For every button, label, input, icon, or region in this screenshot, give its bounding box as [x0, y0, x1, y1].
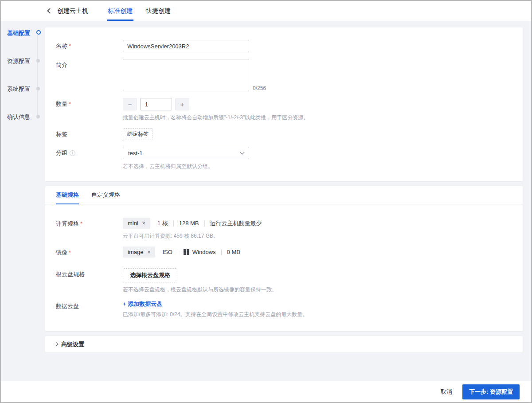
tab-standard-create-label: 标准创建 [108, 7, 133, 15]
step-dot-active-icon [36, 30, 41, 35]
cpu-value: 1 核 [157, 219, 168, 227]
quantity-input[interactable] [140, 98, 172, 110]
next-step-button[interactable]: 下一步: 资源配置 [462, 384, 520, 399]
strategy-value: 运行云主机数量最少 [210, 219, 262, 227]
divider [221, 249, 222, 255]
step-dot-icon [36, 87, 40, 90]
group-row: 分组i test-1 若不选择，云主机将归属至默认分组。 [56, 147, 512, 170]
tab-custom-spec[interactable]: 自定义规格 [91, 186, 120, 204]
basic-config-card: 名称* 简介 0/256 数量* − + 批量创建 [45, 27, 523, 181]
tab-quick-create-label: 快捷创建 [146, 7, 171, 15]
step-label: 资源配置 [7, 58, 30, 64]
description-label: 简介 [56, 59, 123, 91]
image-os-value: Windows [184, 249, 216, 255]
image-type-value: ISO [162, 249, 172, 255]
image-tag-label: image [128, 249, 143, 255]
required-mark: * [80, 220, 82, 227]
cancel-button[interactable]: 取消 [441, 388, 452, 396]
count-label: 数量* [56, 98, 123, 121]
plus-button[interactable]: + [175, 98, 189, 110]
image-spec-details: ISO Windows 0 MB [162, 249, 240, 255]
image-tag: image × [123, 246, 155, 258]
select-root-disk-button[interactable]: 选择根云盘规格 [123, 268, 177, 282]
page-title: 创建云主机 [57, 7, 88, 15]
image-label: 镜像* [56, 246, 123, 258]
step-system-config[interactable]: 系统配置 [7, 85, 40, 113]
advanced-settings-toggle[interactable]: 高级设置 [45, 336, 523, 352]
step-label: 确认信息 [7, 113, 30, 120]
remove-tag-icon[interactable]: × [142, 220, 145, 227]
group-select-value: test-1 [128, 150, 143, 157]
compute-spec-row: 计算规格* mini × 1 核 128 MB 运行云主机数量最 [56, 218, 512, 240]
root-disk-row: 根云盘规格 选择根云盘规格 若不选择云盘规格，根云盘规格默认与所选镜像的容量保持… [56, 268, 512, 293]
description-textarea[interactable] [123, 59, 249, 91]
footer-bar: 取消 下一步: 资源配置 [1, 381, 531, 402]
tab-basic-spec-label: 基础规格 [56, 191, 79, 199]
compute-help-text: 云平台可用计算资源: 459 核 86.17 GB。 [123, 232, 512, 240]
required-mark: * [69, 43, 71, 49]
group-select[interactable]: test-1 [123, 147, 249, 159]
count-help-text: 批量创建云主机时，名称将会自动增加后缀"-1/-2/-3"以此类推，用于区分资源… [123, 114, 512, 121]
main-content: 名称* 简介 0/256 数量* − + 批量创建 [45, 27, 523, 352]
char-counter: 0/256 [253, 85, 266, 91]
spec-tabs: 基础规格 自定义规格 [45, 186, 523, 204]
step-resource-config[interactable]: 资源配置 [7, 57, 40, 85]
memory-value: 128 MB [179, 220, 199, 227]
header-tabs: 标准创建 快捷创建 [108, 1, 184, 21]
step-basic-config[interactable]: 基础配置 [7, 29, 40, 57]
compute-spec-tag-label: mini [128, 220, 138, 227]
tag-label: 标签 [56, 128, 123, 140]
step-confirm-info[interactable]: 确认信息 [7, 113, 40, 141]
chevron-down-icon [240, 150, 245, 155]
step-label: 系统配置 [7, 86, 30, 92]
divider [173, 220, 174, 227]
data-disk-row: 数据云盘 + 添加数据云盘 已添加/最多可添加: 0/24。支持在全局设置中修改… [56, 300, 512, 318]
name-input[interactable] [123, 40, 249, 52]
step-dot-icon [36, 59, 40, 63]
tag-row: 标签 绑定标签 [56, 128, 512, 140]
add-data-disk-link[interactable]: + 添加数据云盘 [123, 301, 162, 307]
root-disk-help-text: 若不选择云盘规格，根云盘规格默认与所选镜像的容量保持一致。 [123, 286, 512, 293]
divider [178, 249, 178, 255]
root-disk-label: 根云盘规格 [56, 268, 123, 293]
quantity-stepper: − + [123, 98, 512, 110]
image-size-value: 0 MB [227, 249, 240, 255]
chevron-right-icon [54, 342, 59, 347]
spec-config-card: 基础规格 自定义规格 计算规格* mini × [45, 186, 523, 331]
required-mark: * [69, 249, 71, 256]
data-disk-label: 数据云盘 [56, 300, 123, 318]
name-label: 名称* [56, 40, 123, 52]
image-row: 镜像* image × ISO Windows [56, 246, 512, 258]
required-mark: * [69, 101, 71, 107]
tab-custom-spec-label: 自定义规格 [91, 191, 120, 199]
windows-icon [184, 249, 189, 255]
advanced-settings-label: 高级设置 [61, 340, 84, 348]
divider [204, 220, 205, 227]
compute-spec-details: 1 核 128 MB 运行云主机数量最少 [157, 219, 262, 227]
description-row: 简介 0/256 [56, 59, 512, 91]
count-row: 数量* − + 批量创建云主机时，名称将会自动增加后缀"-1/-2/-3"以此类… [56, 98, 512, 121]
data-disk-help-text: 已添加/最多可添加: 0/24。支持在全局设置中修改云主机支持云盘的最大数量。 [123, 311, 512, 318]
group-help-text: 若不选择，云主机将归属至默认分组。 [123, 163, 512, 170]
tab-standard-create[interactable]: 标准创建 [108, 1, 133, 21]
page-header: 创建云主机 标准创建 快捷创建 [1, 1, 531, 21]
info-icon[interactable]: i [70, 150, 75, 156]
bind-tag-button[interactable]: 绑定标签 [123, 128, 153, 140]
back-icon[interactable] [47, 8, 53, 14]
tab-quick-create[interactable]: 快捷创建 [146, 1, 171, 21]
remove-tag-icon[interactable]: × [147, 249, 150, 255]
step-dot-icon [36, 115, 40, 118]
minus-button[interactable]: − [123, 98, 137, 110]
group-label: 分组i [56, 147, 123, 170]
step-indicator: 基础配置 资源配置 系统配置 确认信息 [7, 29, 40, 141]
compute-spec-tag: mini × [123, 218, 150, 229]
tab-basic-spec[interactable]: 基础规格 [56, 186, 79, 204]
step-label: 基础配置 [7, 30, 30, 36]
compute-spec-label: 计算规格* [56, 218, 123, 240]
name-row: 名称* [56, 40, 512, 52]
